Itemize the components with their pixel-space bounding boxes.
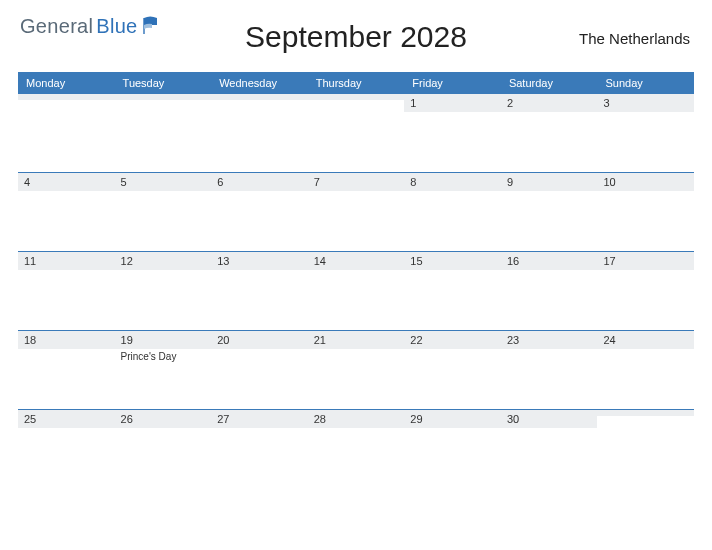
calendar-day-cell: 2 [501, 94, 598, 172]
day-number: 6 [211, 173, 308, 191]
calendar-day-cell: 15 [404, 252, 501, 330]
day-number: 22 [404, 331, 501, 349]
day-number: 8 [404, 173, 501, 191]
calendar-week-row: 45678910 [18, 172, 694, 251]
day-number [115, 94, 212, 100]
weekday-header: Wednesday [211, 77, 308, 89]
weekday-header-row: Monday Tuesday Wednesday Thursday Friday… [18, 72, 694, 94]
calendar-day-cell: 10 [597, 173, 694, 251]
day-number: 27 [211, 410, 308, 428]
calendar-day-cell: 20 [211, 331, 308, 409]
calendar-day-cell: 23 [501, 331, 598, 409]
weekday-header: Thursday [308, 77, 405, 89]
calendar-day-cell [18, 94, 115, 172]
calendar-day-cell: 5 [115, 173, 212, 251]
day-number: 2 [501, 94, 598, 112]
day-number: 18 [18, 331, 115, 349]
region-label: The Netherlands [579, 30, 690, 47]
calendar-day-cell: 16 [501, 252, 598, 330]
day-number: 13 [211, 252, 308, 270]
day-number: 26 [115, 410, 212, 428]
weekday-header: Saturday [501, 77, 598, 89]
calendar-day-cell [211, 94, 308, 172]
calendar-day-cell [115, 94, 212, 172]
calendar-week-row: 252627282930 [18, 409, 694, 492]
calendar-day-cell: 26 [115, 410, 212, 492]
calendar-day-cell: 11 [18, 252, 115, 330]
day-number: 5 [115, 173, 212, 191]
calendar-day-cell: 14 [308, 252, 405, 330]
calendar-grid: Monday Tuesday Wednesday Thursday Friday… [18, 72, 694, 492]
calendar-day-cell: 7 [308, 173, 405, 251]
day-number: 21 [308, 331, 405, 349]
day-number: 11 [18, 252, 115, 270]
day-number: 19 [115, 331, 212, 349]
calendar-day-cell: 8 [404, 173, 501, 251]
day-number: 23 [501, 331, 598, 349]
calendar-day-cell: 17 [597, 252, 694, 330]
calendar-day-cell: 25 [18, 410, 115, 492]
day-number: 9 [501, 173, 598, 191]
day-number: 7 [308, 173, 405, 191]
calendar-day-cell [308, 94, 405, 172]
calendar-day-cell: 24 [597, 331, 694, 409]
day-number [308, 94, 405, 100]
day-number: 25 [18, 410, 115, 428]
weekday-header: Sunday [597, 77, 694, 89]
calendar-day-cell: 13 [211, 252, 308, 330]
day-number: 12 [115, 252, 212, 270]
calendar-day-cell: 27 [211, 410, 308, 492]
calendar-day-cell [597, 410, 694, 492]
calendar-day-cell: 6 [211, 173, 308, 251]
day-number: 1 [404, 94, 501, 112]
calendar-day-cell: 3 [597, 94, 694, 172]
day-number: 28 [308, 410, 405, 428]
calendar-week-row: 123 [18, 94, 694, 172]
day-number: 17 [597, 252, 694, 270]
calendar-day-cell: 30 [501, 410, 598, 492]
day-event: Prince's Day [121, 349, 206, 362]
day-number: 16 [501, 252, 598, 270]
day-number: 4 [18, 173, 115, 191]
weekday-header: Friday [404, 77, 501, 89]
calendar-day-cell: 18 [18, 331, 115, 409]
calendar-day-cell: 29 [404, 410, 501, 492]
calendar-day-cell: 1 [404, 94, 501, 172]
calendar-day-cell: 4 [18, 173, 115, 251]
calendar-day-cell: 19Prince's Day [115, 331, 212, 409]
calendar-day-cell: 21 [308, 331, 405, 409]
day-number: 10 [597, 173, 694, 191]
day-number [211, 94, 308, 100]
day-number: 30 [501, 410, 598, 428]
day-number [18, 94, 115, 100]
calendar-day-cell: 9 [501, 173, 598, 251]
day-number: 20 [211, 331, 308, 349]
weeks-container: 12345678910111213141516171819Prince's Da… [18, 94, 694, 492]
day-number: 3 [597, 94, 694, 112]
day-number: 24 [597, 331, 694, 349]
day-number: 15 [404, 252, 501, 270]
weekday-header: Monday [18, 77, 115, 89]
calendar-week-row: 11121314151617 [18, 251, 694, 330]
calendar-day-cell: 28 [308, 410, 405, 492]
day-number: 29 [404, 410, 501, 428]
calendar-header: General Blue September 2028 The Netherla… [18, 12, 694, 68]
calendar-day-cell: 12 [115, 252, 212, 330]
day-number [597, 410, 694, 416]
calendar-day-cell: 22 [404, 331, 501, 409]
day-number: 14 [308, 252, 405, 270]
weekday-header: Tuesday [115, 77, 212, 89]
calendar-week-row: 1819Prince's Day2021222324 [18, 330, 694, 409]
